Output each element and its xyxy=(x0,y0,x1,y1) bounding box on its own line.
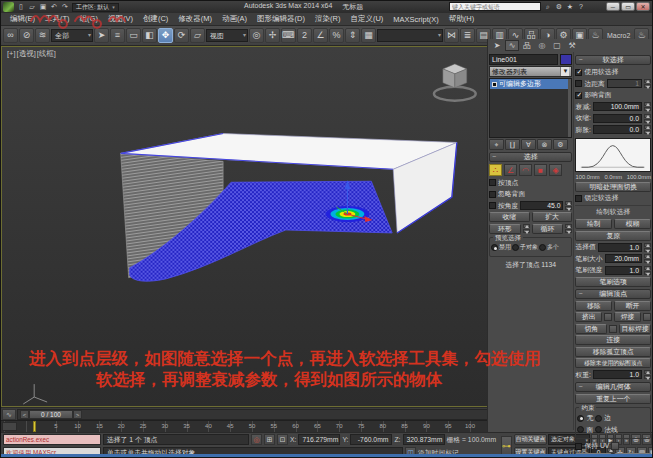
previous-frame-arrow[interactable]: < xyxy=(20,410,29,419)
brush-size-spinner[interactable] xyxy=(644,254,651,263)
named-selection-dropdown[interactable] xyxy=(377,29,443,42)
polygon-subobject-button[interactable]: ■ xyxy=(534,164,547,176)
align-button[interactable]: ≣ xyxy=(460,28,475,43)
auto-key-button[interactable]: 自动关键点 xyxy=(514,434,547,445)
menu-group[interactable]: 组(G) xyxy=(75,14,103,24)
save-file-button[interactable]: ▣ xyxy=(38,2,48,12)
track-bar[interactable]: 5101520253035404550556065707580859095100 xyxy=(1,420,489,432)
menu-edit[interactable]: 编辑(E) xyxy=(5,14,40,24)
show-end-result-button[interactable]: ∐ xyxy=(505,139,520,150)
pinch-spinner[interactable] xyxy=(644,114,651,123)
search-button[interactable]: ⌕ xyxy=(543,2,553,11)
select-by-name-button[interactable]: ≡ xyxy=(110,28,125,43)
favorites-star-icon[interactable]: ★ xyxy=(565,2,575,11)
app-logo-icon[interactable] xyxy=(3,2,14,12)
by-angle-checkbox[interactable] xyxy=(489,202,496,209)
z-coordinate-field[interactable]: 320.873mm xyxy=(403,434,445,445)
select-and-rotate-button[interactable]: ⟳ xyxy=(174,28,189,43)
connect-button[interactable]: 连接 xyxy=(575,335,651,345)
shrink-button[interactable]: 收缩 xyxy=(489,212,530,222)
shaded-face-toggle-button[interactable]: 明暗处理面切换 xyxy=(575,182,651,192)
tab-modify[interactable]: ∿ xyxy=(505,40,519,51)
element-subobject-button[interactable]: ◈ xyxy=(549,164,562,176)
ring-spinner[interactable] xyxy=(523,224,530,233)
select-object-button[interactable]: ➤ xyxy=(94,28,109,43)
vertex-subobject-button[interactable]: ∴ xyxy=(489,164,502,176)
rollout-edit-geometry[interactable]: 编辑几何体 xyxy=(575,382,651,392)
ignore-backfacing-checkbox[interactable] xyxy=(489,191,496,198)
paint-button[interactable]: 绘制 xyxy=(575,219,612,229)
set-keys-button[interactable]: ⊶ xyxy=(501,436,512,456)
weight-spinner[interactable] xyxy=(644,370,651,379)
preview-subobj-radio[interactable] xyxy=(512,244,519,251)
constraint-normal-radio[interactable] xyxy=(595,426,602,433)
brush-options-button[interactable]: 笔刷选项 xyxy=(575,277,651,287)
selection-filter-dropdown[interactable]: 全部 xyxy=(51,29,93,42)
menu-views[interactable]: 视图(V) xyxy=(103,14,138,24)
menu-create[interactable]: 创建(C) xyxy=(138,14,173,24)
brush-strength-spinner[interactable] xyxy=(644,266,651,275)
extrude-button[interactable]: 挤出 xyxy=(575,312,602,322)
weight-field[interactable]: 1.0 xyxy=(593,370,642,379)
configure-modifier-sets-button[interactable]: ⚙ xyxy=(553,139,568,150)
window-crossing-button[interactable]: ◧ xyxy=(142,28,157,43)
falloff-field[interactable]: 100.0mm xyxy=(593,102,642,111)
reference-coordinate-dropdown[interactable]: 视图 xyxy=(206,29,248,42)
percent-snap-button[interactable]: % xyxy=(329,28,344,43)
use-pivot-center-button[interactable]: ◎ xyxy=(249,28,264,43)
current-frame-marker[interactable] xyxy=(33,421,36,432)
communication-center-icon[interactable]: ⚙ xyxy=(554,2,564,11)
menu-graph-editors[interactable]: 图形编辑器(D) xyxy=(252,14,310,24)
time-slider-track[interactable]: < 0 / 100 > xyxy=(17,409,488,420)
open-file-button[interactable]: ▱ xyxy=(27,2,37,12)
edit-named-selections-button[interactable]: ▦ xyxy=(361,28,376,43)
absolute-mode-toggle[interactable]: ⊡ xyxy=(277,434,288,445)
extrude-settings-button[interactable] xyxy=(604,313,612,321)
edge-distance-checkbox[interactable] xyxy=(575,80,582,87)
y-coordinate-field[interactable]: -760.0mm xyxy=(350,434,392,445)
selection-value-spinner[interactable] xyxy=(644,243,651,252)
brush-strength-field[interactable]: 1.0 xyxy=(605,266,642,275)
edge-subobject-button[interactable]: ∠ xyxy=(504,164,517,176)
target-weld-button[interactable]: 目标焊接 xyxy=(619,324,651,334)
select-and-move-button[interactable]: ✥ xyxy=(158,28,173,43)
rollout-edit-vertices[interactable]: 编辑顶点 xyxy=(575,289,651,299)
constraint-none-radio[interactable] xyxy=(577,415,584,422)
tab-display[interactable]: ▢ xyxy=(550,40,564,51)
menu-modifiers[interactable]: 修改器(M) xyxy=(173,14,217,24)
chamfer-settings-button[interactable] xyxy=(609,325,617,333)
ring-button[interactable]: 环形 xyxy=(489,224,521,234)
border-subobject-button[interactable]: ◠ xyxy=(519,164,532,176)
menu-animation[interactable]: 动画(A) xyxy=(217,14,252,24)
menu-rendering[interactable]: 渲染(R) xyxy=(310,14,345,24)
brush-size-field[interactable]: 20.0mm xyxy=(605,254,642,263)
maximize-button[interactable]: ▭ xyxy=(621,2,635,11)
isolate-selection-toggle[interactable]: ◎ xyxy=(251,434,262,445)
angle-spinner[interactable] xyxy=(565,201,572,210)
minimize-button[interactable]: ─ xyxy=(606,2,620,11)
revert-button[interactable]: 复原 xyxy=(575,231,651,241)
unlink-selection-button[interactable]: ⊘ xyxy=(19,28,34,43)
remove-modifier-button[interactable]: ⊗ xyxy=(537,139,552,150)
weld-button[interactable]: 焊接 xyxy=(614,312,641,322)
affect-backfacing-checkbox[interactable] xyxy=(575,92,582,99)
break-button[interactable]: 断开 xyxy=(614,301,651,311)
remove-button[interactable]: 移除 xyxy=(575,301,612,311)
preview-off-radio[interactable] xyxy=(491,244,498,251)
search-input[interactable] xyxy=(449,2,541,11)
select-and-scale-button[interactable]: ▱ xyxy=(190,28,205,43)
selection-region-button[interactable]: ▭ xyxy=(126,28,141,43)
preserve-uv-checkbox[interactable] xyxy=(575,443,582,450)
chamfer-button[interactable]: 切角 xyxy=(575,324,607,334)
mini-curve-editor-button[interactable]: ∿ xyxy=(2,409,16,420)
track-bar-filter-button[interactable] xyxy=(2,422,17,431)
weld-settings-button[interactable] xyxy=(643,313,651,321)
tab-motion[interactable]: ◎ xyxy=(535,40,549,51)
stack-item-editable-poly[interactable]: 可编辑多边形 xyxy=(490,79,571,89)
menu-tools[interactable]: 工具(T) xyxy=(40,14,75,24)
viewport-shading-label[interactable]: [线框] xyxy=(37,49,56,59)
stack-scrollbar[interactable] xyxy=(568,79,571,137)
tab-create[interactable]: ➤ xyxy=(490,40,504,51)
lock-soft-selection-checkbox[interactable] xyxy=(575,195,582,202)
lock-selection-toggle[interactable]: ⊞ xyxy=(264,434,275,445)
